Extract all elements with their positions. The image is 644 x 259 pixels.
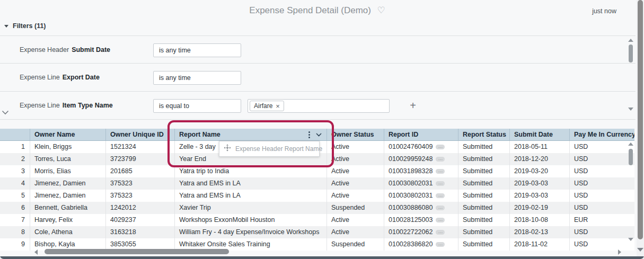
filter-condition-input[interactable]: is equal to	[153, 99, 241, 113]
scroll-right-arrow[interactable]	[618, 249, 621, 255]
col-header-owner-name[interactable]: Owner Name	[30, 129, 106, 140]
column-chevron-down-icon[interactable]	[316, 129, 322, 140]
truncation-ellipsis-icon[interactable]: …	[436, 230, 445, 235]
cell-currency[interactable]: EUR	[570, 214, 634, 226]
cell-report-id[interactable]: 010028125003…	[384, 214, 458, 226]
truncation-ellipsis-icon[interactable]: …	[436, 169, 445, 174]
truncation-ellipsis-icon[interactable]: …	[436, 242, 445, 247]
cell-report-name[interactable]: Yatra and EMS in LA	[175, 190, 327, 202]
col-header-owner-status[interactable]: Owner Status	[327, 129, 384, 140]
cell-currency[interactable]: USD	[570, 153, 634, 165]
cell-owner-unique-id[interactable]: 1242012	[106, 202, 175, 214]
cell-submit-date[interactable]: 2019-03-03	[510, 190, 570, 202]
cell-owner-status[interactable]: Active	[327, 226, 384, 238]
cell-owner-unique-id[interactable]: 3163218	[106, 226, 175, 238]
cell-owner-unique-id[interactable]: 3723799	[106, 153, 175, 165]
cell-owner-status[interactable]: Active	[327, 165, 384, 177]
cell-currency[interactable]: USD	[570, 165, 634, 177]
cell-report-status[interactable]: Submitted	[458, 226, 510, 238]
truncation-ellipsis-icon[interactable]: …	[436, 206, 445, 210]
page-scrollbar-thumb[interactable]	[638, 0, 643, 239]
cell-submit-date[interactable]: 2019-03-20	[510, 165, 570, 177]
cell-submit-date[interactable]: 2018-10-08	[510, 214, 570, 226]
panel-chevron-down-icon[interactable]	[2, 108, 9, 117]
truncation-ellipsis-icon[interactable]: …	[436, 193, 445, 198]
truncation-ellipsis-icon[interactable]: …	[436, 218, 445, 222]
table-scrollbar-thumb[interactable]	[629, 149, 633, 165]
scroll-left-arrow[interactable]	[34, 249, 38, 255]
cell-currency[interactable]: USD	[570, 177, 634, 190]
cell-owner-status[interactable]: Active	[327, 214, 384, 226]
cell-owner-name[interactable]: Klein, Briggs	[30, 141, 106, 153]
cell-owner-name[interactable]: Torres, Luca	[30, 153, 106, 165]
add-filter-button[interactable]: +	[407, 99, 419, 112]
remove-tag-icon[interactable]: ×	[276, 103, 280, 110]
truncation-ellipsis-icon[interactable]: …	[436, 157, 445, 162]
cell-report-id[interactable]: 010030802031…	[384, 190, 458, 202]
cell-currency[interactable]: USD	[570, 226, 634, 238]
cell-owner-unique-id[interactable]: 4029237	[106, 214, 175, 226]
cell-report-id[interactable]: 010030802031…	[384, 177, 458, 190]
filters-scrollbar-thumb[interactable]	[629, 44, 633, 62]
cell-report-name[interactable]: William Fry - 4 day Expense/Invoice Work…	[175, 226, 327, 238]
table-scroll-down-arrow[interactable]	[628, 238, 633, 241]
cell-submit-date[interactable]: 2018-02-13	[510, 226, 570, 238]
cell-report-name[interactable]: Xavier Trip	[175, 202, 327, 214]
cell-owner-unique-id[interactable]: 1521324	[106, 141, 175, 153]
col-header-report-id[interactable]: Report ID	[384, 129, 458, 140]
cell-owner-name[interactable]: Bennett, Gabriella	[30, 202, 106, 214]
cell-owner-unique-id[interactable]: 201685	[106, 165, 175, 177]
col-header-report-name[interactable]: Report Name	[175, 129, 327, 140]
column-menu-kebab-icon[interactable]	[308, 131, 310, 138]
col-header-pay-me-in-currency[interactable]: Pay Me In Currency C	[570, 129, 634, 140]
cell-report-id[interactable]: 010028386820…	[384, 238, 458, 251]
cell-report-status[interactable]: Submitted	[458, 153, 510, 165]
cell-report-status[interactable]: Submitted	[458, 238, 510, 251]
cell-report-status[interactable]: Submitted	[458, 141, 510, 153]
cell-currency[interactable]: USD	[570, 141, 634, 153]
truncation-ellipsis-icon[interactable]: …	[436, 145, 445, 149]
horizontal-scrollbar-thumb[interactable]	[45, 249, 229, 254]
cell-submit-date[interactable]: 2018-11-02	[510, 238, 570, 251]
cell-owner-unique-id[interactable]: 375323	[106, 190, 175, 202]
cell-submit-date[interactable]: 2019-03-03	[510, 177, 570, 190]
scroll-down-arrow[interactable]	[628, 108, 633, 111]
cell-submit-date[interactable]: 2018-05-11	[510, 141, 570, 153]
cell-owner-status[interactable]: Active	[327, 153, 384, 165]
cell-owner-status[interactable]: Active	[327, 190, 384, 202]
cell-owner-name[interactable]: Jimenez, Damien	[30, 177, 106, 190]
cell-report-status[interactable]: Submitted	[458, 165, 510, 177]
cell-currency[interactable]: USD	[570, 238, 634, 251]
cell-owner-unique-id[interactable]: 375323	[106, 177, 175, 190]
scroll-up-arrow[interactable]	[628, 39, 633, 42]
page-scrollbar[interactable]	[637, 0, 644, 259]
cell-report-id[interactable]: 010024760409…	[384, 141, 458, 153]
page-scroll-down-arrow[interactable]	[637, 248, 643, 252]
cell-report-status[interactable]: Submitted	[458, 214, 510, 226]
cell-owner-name[interactable]: Harvey, Felix	[30, 214, 106, 226]
cell-report-status[interactable]: Submitted	[458, 177, 510, 190]
cell-owner-name[interactable]: Morris, Elias	[30, 165, 106, 177]
col-header-report-status[interactable]: Report Status	[458, 129, 510, 140]
favorite-heart-icon[interactable]: ♡	[377, 5, 385, 15]
cell-report-status[interactable]: Submitted	[458, 202, 510, 214]
cell-currency[interactable]: USD	[570, 190, 634, 202]
cell-report-id[interactable]: 010030886080…	[384, 202, 458, 214]
cell-submit-date[interactable]: 2018-12-20	[510, 153, 570, 165]
cell-report-status[interactable]: Submitted	[458, 190, 510, 202]
cell-report-name[interactable]: Workshops ExxonMobil Houston	[175, 214, 327, 226]
cell-owner-status[interactable]: Active	[327, 141, 384, 153]
filters-section-toggle[interactable]: Filters (11)	[4, 22, 46, 30]
col-header-owner-unique-id[interactable]: Owner Unique ID	[106, 129, 175, 140]
cell-owner-name[interactable]: Jimenez, Damien	[30, 190, 106, 202]
filter-condition-input[interactable]: is any time	[153, 71, 241, 85]
cell-owner-status[interactable]: Suspended	[327, 202, 384, 214]
cell-report-name[interactable]: Yatra and EMS in LA	[175, 177, 327, 190]
cell-currency[interactable]: USD	[570, 202, 634, 214]
cell-report-id[interactable]: 010022722062…	[384, 226, 458, 238]
cell-owner-status[interactable]: Active	[327, 177, 384, 190]
cell-report-name[interactable]: Yatra trip to India	[175, 165, 327, 177]
cell-owner-status[interactable]: Suspended	[327, 238, 384, 251]
cell-report-id[interactable]: 010029959248…	[384, 153, 458, 165]
table-scroll-up-arrow[interactable]	[628, 142, 633, 146]
